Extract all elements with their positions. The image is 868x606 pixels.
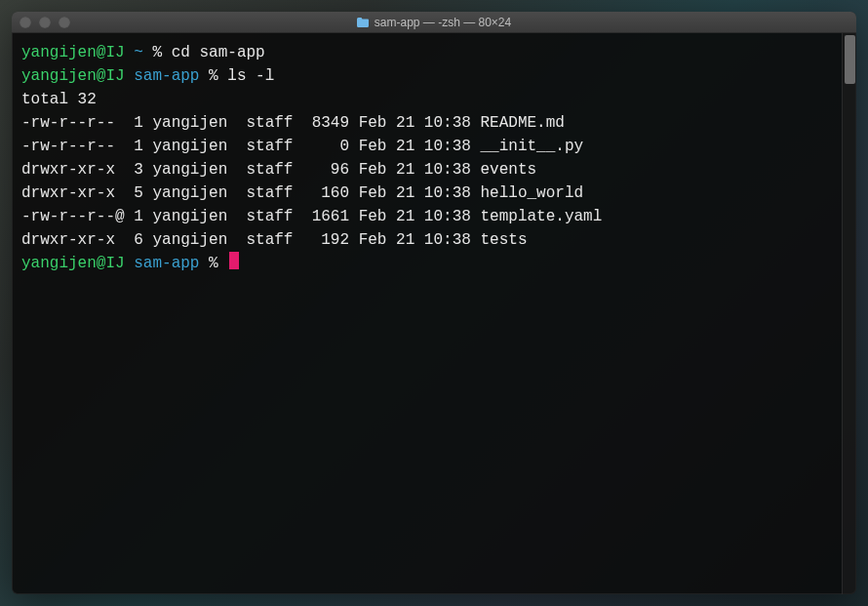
scrollbar-thumb[interactable]	[845, 35, 855, 84]
ls-row: -rw-r--r--@ 1 yangijen staff 1661 Feb 21…	[21, 205, 832, 228]
ls-row: -rw-r--r-- 1 yangijen staff 8349 Feb 21 …	[21, 111, 832, 135]
user-host: yangijen@IJ	[21, 67, 125, 85]
ls-total-line: total 32	[21, 88, 832, 111]
prompt-line: yangijen@IJ sam-app %	[21, 252, 832, 275]
user-host: yangijen@IJ	[21, 255, 125, 272]
user-host: yangijen@IJ	[21, 44, 125, 61]
command-text: cd sam-app	[172, 44, 265, 61]
ls-row: drwxr-xr-x 6 yangijen staff 192 Feb 21 1…	[21, 228, 832, 252]
cursor	[229, 252, 239, 269]
cwd-path: sam-app	[134, 255, 199, 272]
ls-row: -rw-r--r-- 1 yangijen staff 0 Feb 21 10:…	[21, 135, 832, 158]
maximize-icon[interactable]	[59, 17, 70, 28]
scrollbar[interactable]	[842, 33, 856, 594]
prompt-symbol: %	[152, 44, 162, 61]
cwd-path: ~	[134, 44, 143, 61]
terminal-content[interactable]: yangijen@IJ ~ % cd sam-appyangijen@IJ sa…	[12, 33, 842, 594]
window-title-wrap: sam-app — -zsh — 80×24	[12, 16, 856, 29]
command-text: ls -l	[227, 67, 274, 85]
ls-row: drwxr-xr-x 5 yangijen staff 160 Feb 21 1…	[21, 182, 832, 205]
window-title: sam-app — -zsh — 80×24	[375, 16, 511, 29]
cwd-path: sam-app	[134, 67, 199, 85]
prompt-line: yangijen@IJ sam-app % ls -l	[21, 64, 832, 88]
ls-row: drwxr-xr-x 3 yangijen staff 96 Feb 21 10…	[21, 158, 832, 182]
prompt-line: yangijen@IJ ~ % cd sam-app	[21, 41, 832, 64]
minimize-icon[interactable]	[39, 17, 51, 28]
terminal-body: yangijen@IJ ~ % cd sam-appyangijen@IJ sa…	[12, 33, 856, 594]
prompt-symbol: %	[209, 67, 218, 85]
close-icon[interactable]	[20, 17, 31, 28]
traffic-lights	[20, 17, 70, 28]
titlebar[interactable]: sam-app — -zsh — 80×24	[12, 12, 856, 33]
folder-icon	[357, 17, 369, 28]
prompt-symbol: %	[209, 255, 218, 272]
terminal-window: sam-app — -zsh — 80×24 yangijen@IJ ~ % c…	[12, 12, 856, 594]
